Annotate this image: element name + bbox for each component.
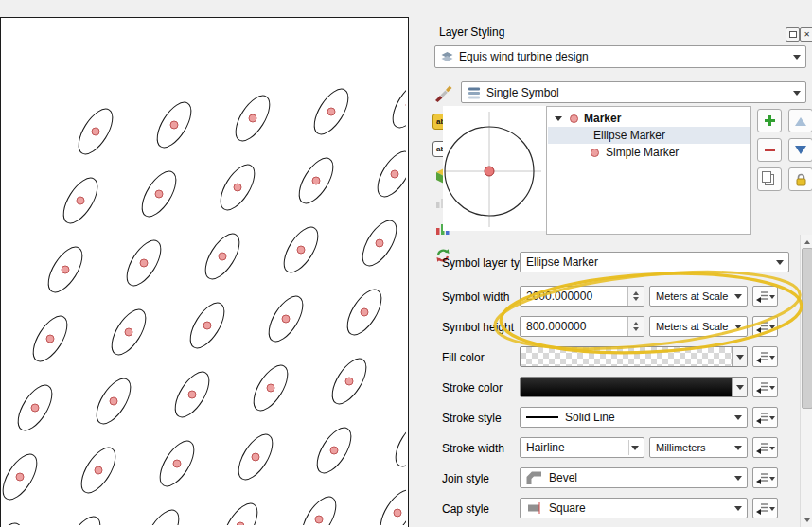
scrollbar-thumb[interactable] [802, 248, 812, 409]
arrow-down-icon [795, 146, 806, 160]
bevel-join-icon [526, 471, 543, 485]
join-style-value: Bevel [549, 471, 577, 484]
stroke-width-select[interactable]: Hairline [520, 437, 644, 458]
symbol-height-value: 800.000000 [526, 320, 586, 333]
symbol-width-unit-select[interactable]: Meters at Scale [649, 286, 748, 307]
fill-color-button[interactable] [520, 346, 748, 367]
symbol-width-input[interactable]: 2000.000000 [520, 286, 644, 307]
stroke-color-button[interactable] [520, 377, 748, 397]
turbine-ellipse-marker [341, 284, 388, 340]
fill-color-swatch-transparent [521, 347, 732, 366]
join-style-label: Join style [442, 472, 489, 485]
cap-style-override-button[interactable] [752, 498, 778, 518]
stroke-style-override-button[interactable] [752, 407, 778, 428]
symbol-preview-graphic [443, 106, 549, 231]
remove-symbol-layer-button[interactable] [757, 138, 782, 162]
turbine-ellipse-marker [184, 297, 231, 353]
add-symbol-layer-button[interactable] [757, 109, 782, 132]
turbine-ellipse-marker [75, 442, 122, 498]
float-window-icon [789, 31, 797, 38]
turbine-ellipse-marker [374, 484, 406, 525]
panel-scrollbar[interactable] [800, 235, 812, 527]
turbine-ellipse-marker [26, 310, 74, 366]
data-defined-override-icon [755, 471, 769, 484]
turbine-ellipse-marker [138, 504, 185, 525]
join-style-select[interactable]: Bevel [520, 467, 748, 488]
chevron-down-icon [734, 506, 742, 515]
data-defined-override-icon [755, 350, 769, 363]
tree-row-ellipse-marker[interactable]: Ellipse Marker [548, 127, 750, 144]
layer-selector[interactable]: Equis wind turbine design [434, 45, 806, 68]
chevron-down-icon [769, 507, 775, 514]
stroke-width-unit-select[interactable]: Millimeters [649, 437, 748, 458]
data-defined-override-icon [755, 411, 769, 424]
plus-icon [765, 115, 775, 126]
arrow-up-icon [795, 112, 806, 126]
stroke-color-override-button[interactable] [752, 377, 778, 397]
stroke-style-select[interactable]: Solid Line [520, 407, 748, 428]
turbine-ellipse-marker [371, 146, 406, 202]
data-defined-override-icon [755, 290, 769, 303]
float-panel-button[interactable] [786, 27, 800, 42]
spinner-buttons[interactable] [627, 287, 644, 306]
unit-value: Millimeters [656, 442, 706, 453]
chevron-down-icon [769, 416, 775, 423]
tree-row-marker[interactable]: Marker [548, 110, 750, 127]
symbol-height-override-button[interactable] [752, 316, 778, 337]
chevron-down-icon [734, 415, 742, 424]
symbol-width-label: Symbol width [442, 290, 509, 304]
stroke-style-value: Solid Line [565, 411, 615, 424]
map-canvas[interactable] [0, 17, 409, 527]
close-panel-button[interactable]: ✕ [800, 27, 812, 42]
color-dropdown[interactable] [732, 347, 747, 366]
map-svg [1, 18, 406, 525]
turbine-ellipse-marker [232, 429, 279, 484]
chevron-down-icon [734, 446, 742, 454]
join-style-override-button[interactable] [752, 467, 778, 488]
stroke-width-value: Hairline [526, 441, 565, 454]
spin-up-icon [633, 289, 639, 295]
symbol-layer-type-select[interactable]: Ellipse Marker [520, 252, 789, 272]
turbine-ellipse-marker [277, 221, 325, 277]
scroll-up-icon[interactable] [801, 235, 812, 246]
stroke-color-label: Stroke color [442, 381, 503, 395]
chevron-down-icon [734, 325, 742, 333]
minus-icon [765, 149, 775, 151]
move-layer-down-button[interactable] [788, 138, 812, 162]
lock-color-button[interactable] [788, 167, 812, 191]
red-dot-marker-icon [591, 149, 599, 157]
unit-value: Meters at Scale [656, 321, 728, 332]
duplicate-symbol-layer-button[interactable] [757, 167, 782, 191]
data-defined-override-icon [755, 441, 769, 454]
chevron-down-icon [793, 55, 801, 63]
stroke-width-override-button[interactable] [752, 437, 778, 458]
chevron-down-icon [769, 386, 775, 393]
chevron-down-icon [736, 385, 744, 394]
tree-row-simple-marker[interactable]: Simple Marker [548, 144, 750, 161]
cap-style-select[interactable]: Square [520, 498, 748, 518]
symbol-height-input[interactable]: 800.000000 [520, 316, 644, 337]
symbol-mode-select[interactable]: Single Symbol [461, 81, 806, 103]
stroke-color-swatch-black [521, 378, 732, 396]
fill-color-override-button[interactable] [752, 346, 778, 367]
chevron-down-icon [631, 446, 639, 454]
tab-symbology[interactable] [430, 80, 456, 105]
symbol-height-label: Symbol height [442, 321, 514, 334]
symbol-width-value: 2000.000000 [526, 290, 592, 303]
color-dropdown[interactable] [732, 378, 747, 396]
turbine-ellipse-marker [389, 415, 406, 471]
symbol-tree[interactable]: Marker Ellipse Marker Simple Marker [546, 106, 751, 235]
expander-down-icon[interactable] [555, 116, 562, 125]
single-symbol-icon [468, 86, 481, 99]
stroke-style-label: Stroke style [442, 412, 502, 425]
move-layer-up-button[interactable] [788, 109, 812, 132]
symbol-width-override-button[interactable] [752, 286, 778, 307]
symbol-layer-type-value: Ellipse Marker [526, 255, 598, 269]
spinner-buttons[interactable] [627, 317, 644, 336]
tree-item-label: Simple Marker [606, 146, 679, 159]
layer-icon [441, 51, 453, 63]
scroll-down-icon[interactable] [801, 516, 812, 527]
symbol-height-unit-select[interactable]: Meters at Scale [649, 316, 748, 337]
square-cap-icon [526, 501, 543, 515]
turbine-ellipse-marker [120, 235, 168, 290]
